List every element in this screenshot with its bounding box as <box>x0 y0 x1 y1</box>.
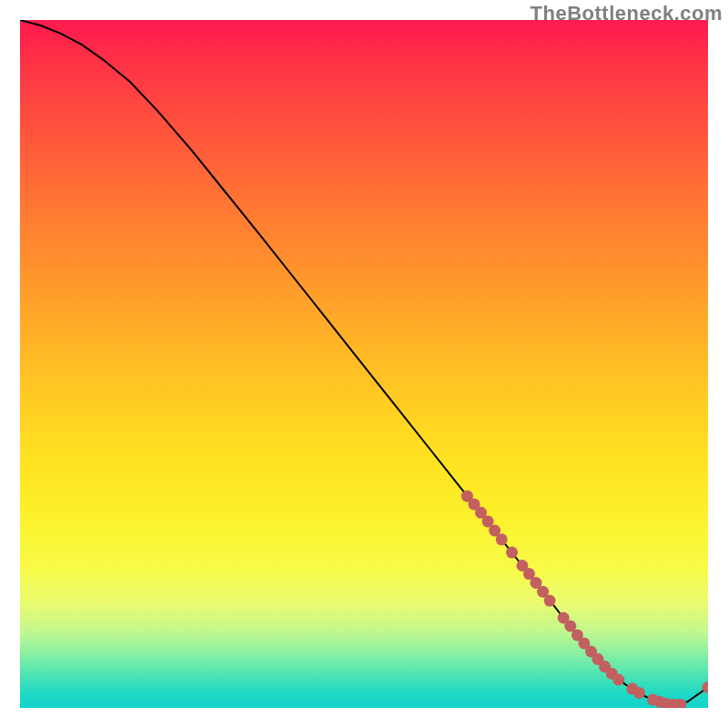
curve-path <box>20 20 708 704</box>
marker-point <box>506 547 518 559</box>
marker-point <box>496 533 508 545</box>
line-layer <box>20 20 708 708</box>
plot-area <box>20 20 708 708</box>
marker-group <box>461 490 708 708</box>
marker-point <box>544 595 556 607</box>
bottleneck-chart: TheBottleneck.com <box>0 0 728 728</box>
marker-point <box>633 687 645 699</box>
watermark-text: TheBottleneck.com <box>531 2 723 25</box>
marker-point <box>612 674 624 686</box>
